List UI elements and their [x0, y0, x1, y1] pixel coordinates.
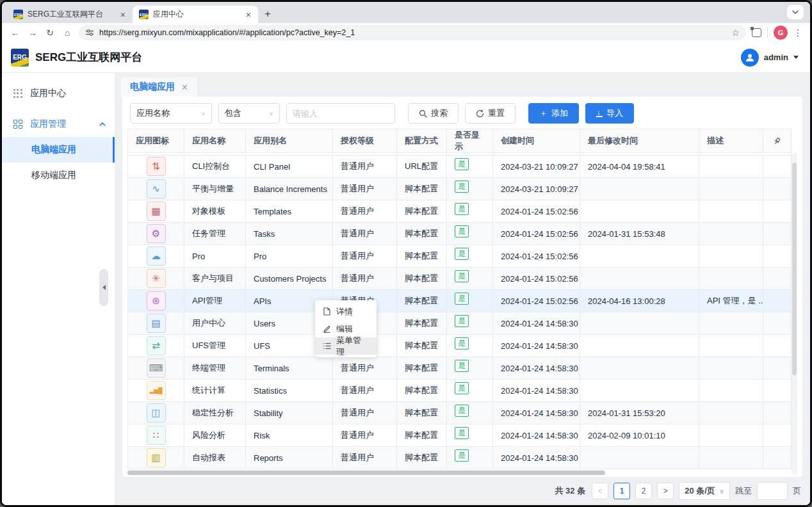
icon-glyph: ☁	[151, 250, 161, 262]
cell-app-name: 客户与项目	[184, 268, 246, 290]
table-row[interactable]: ⇅ CLI控制台 CLI Panel 普通用户 URL配置 是 2024-03-…	[128, 156, 792, 178]
address-bar[interactable]: https://serg.mixyun.com/mixapplication/#…	[79, 25, 746, 40]
reload-icon[interactable]: ↻	[44, 28, 56, 38]
table-row[interactable]: ✳ 客户与项目 Customers Projects 普通用户 脚本配置 是 2…	[128, 268, 792, 290]
table-row[interactable]: ☁ Pro Pro 普通用户 脚本配置 是 2024-01-24 15:02:5…	[128, 245, 792, 268]
filter-bar: 应用名称 ∨ 包含 ∨ 搜索 重置	[127, 102, 797, 129]
scroll-thumb[interactable]	[127, 471, 605, 475]
plus-icon: ＋	[539, 108, 548, 119]
menu-item-menu-management[interactable]: 菜单管理	[315, 337, 377, 355]
table-row[interactable]: ⇄ UFS管理 UFS 普通用户 脚本配置 是 2024-01-24 14:58…	[128, 335, 792, 357]
table-row[interactable]: ⚙ 任务管理 Tasks 普通用户 脚本配置 是 2024-01-24 15:0…	[128, 223, 792, 245]
browser-tab-app-center[interactable]: ERG 应用中心 ×	[133, 6, 258, 23]
display-badge: 是	[455, 337, 469, 350]
menu-kebab-icon[interactable]: ⋮	[793, 28, 802, 38]
page-tab-pc-app[interactable]: 电脑端应用 ✕	[121, 77, 197, 97]
cell-modified-time	[580, 380, 699, 402]
api-database-icon: ⊛	[147, 291, 166, 310]
vertical-scrollbar[interactable]	[792, 153, 797, 475]
menu-item-detail[interactable]: 详情	[315, 303, 377, 320]
scroll-thumb[interactable]	[792, 163, 797, 375]
cell-created-time: 2024-01-24 14:58:30	[493, 357, 580, 380]
import-button[interactable]: 导入	[585, 103, 634, 124]
cell-app-icon: ∿	[128, 178, 184, 200]
sidebar-item-app-center[interactable]: 应用中心	[2, 81, 115, 106]
cell-app-name: 自动报表	[184, 447, 246, 469]
back-icon[interactable]: ←	[10, 28, 21, 38]
cell-app-icon: ⇅	[128, 156, 184, 178]
cell-app-name: 任务管理	[184, 223, 246, 245]
user-avatar-icon	[741, 49, 759, 67]
sidebar-collapse-handle[interactable]	[99, 269, 108, 306]
profile-avatar[interactable]: G	[774, 26, 788, 40]
table-row[interactable]: ▂▅█ 统计计算 Statistics 普通用户 脚本配置 是 2024-01-…	[128, 380, 792, 402]
menu-item-label: 详情	[336, 306, 353, 318]
extensions-icon[interactable]	[752, 28, 761, 37]
cell-auth-level: 普通用户	[333, 200, 397, 223]
cell-app-icon: ◫	[128, 402, 184, 424]
table-row[interactable]: ▤ 用户中心 Users 普通用户 脚本配置 是 2024-01-24 14:5…	[128, 312, 792, 335]
page-button-1[interactable]: 1	[613, 483, 630, 499]
horizontal-scrollbar[interactable]	[127, 470, 791, 476]
search-button[interactable]: 搜索	[408, 103, 459, 124]
cell-auth-level: 普通用户	[333, 156, 397, 178]
add-button[interactable]: ＋ 添加	[528, 103, 579, 124]
object-template-icon: ▦	[147, 202, 166, 221]
site-info-icon[interactable]	[85, 29, 94, 36]
sidebar-group-app-management[interactable]: 应用管理	[2, 111, 115, 137]
reset-button[interactable]: 重置	[465, 103, 516, 124]
next-page-button[interactable]: >	[657, 483, 674, 499]
table-row[interactable]: ▥ 自动报表 Reports 普通用户 脚本配置 是 2024-01-24 14…	[128, 447, 792, 469]
cell-description	[699, 268, 763, 290]
tab-close-icon[interactable]: ×	[118, 10, 127, 19]
sidebar-item-mobile-app[interactable]: 移动端应用	[2, 163, 115, 188]
jump-page-input[interactable]	[757, 482, 788, 500]
window-chevron-button[interactable]	[787, 5, 804, 19]
prev-page-button[interactable]: <	[592, 483, 608, 499]
chevron-down-icon: ∨	[201, 111, 206, 117]
cell-modified-time	[580, 245, 699, 268]
home-icon[interactable]: ⌂	[61, 28, 73, 38]
table-row[interactable]: ∷ 风险分析 Risk 普通用户 脚本配置 是 2024-01-24 14:58…	[128, 424, 792, 447]
tab-close-icon[interactable]: ✕	[181, 83, 188, 92]
display-badge: 是	[455, 427, 469, 439]
table-row[interactable]: ∿ 平衡与增量 Balance Increments 普通用户 脚本配置 是 2…	[128, 178, 792, 200]
network-hub-icon: ✳	[147, 269, 166, 288]
browser-tab-serg[interactable]: ERG SERG工业互联网平台 ×	[7, 6, 133, 23]
chevron-down-icon: ∨	[269, 111, 273, 117]
main-content: 电脑端应用 ✕ 应用名称 ∨ 包含 ∨	[115, 73, 810, 506]
cell-config-type: 脚本配置	[397, 447, 447, 469]
page-tab-label: 电脑端应用	[130, 81, 175, 93]
new-tab-button[interactable]: +	[258, 8, 277, 23]
cell-app-name: 风险分析	[184, 424, 246, 447]
operator-select[interactable]: 包含 ∨	[218, 103, 280, 124]
cell-app-alias: Statistics	[246, 380, 333, 402]
page-size-select[interactable]: 20 条/页 ∨	[679, 482, 730, 500]
cell-app-icon: ⇄	[128, 335, 184, 357]
cell-display: 是	[447, 357, 493, 380]
field-select[interactable]: 应用名称 ∨	[130, 103, 212, 124]
cell-app-alias: Customers Projects	[246, 268, 333, 290]
table-row[interactable]: ▦ 对象模板 Templates 普通用户 脚本配置 是 2024-01-24 …	[128, 200, 792, 223]
applications-table: 应用图标 应用名称 应用别名 授权等级 配置方式 是否显示 创建时间 最后修改时…	[127, 129, 792, 469]
sidebar-item-pc-app[interactable]: 电脑端应用	[2, 137, 115, 163]
tab-close-icon[interactable]: ×	[244, 10, 253, 19]
cell-app-icon: ▥	[128, 447, 184, 469]
cell-display: 是	[447, 200, 493, 223]
icon-glyph: ▦	[151, 205, 160, 217]
browser-actions: G ⋮	[752, 26, 802, 40]
bookmark-star-icon[interactable]: ☆	[731, 28, 740, 38]
page-button-2[interactable]: 2	[635, 483, 652, 499]
cell-auth-level: 普通用户	[333, 402, 397, 424]
cell-display: 是	[447, 290, 493, 312]
table-row[interactable]: ◫ 稳定性分析 Stability 普通用户 脚本配置 是 2024-01-24…	[128, 402, 792, 424]
cell-display: 是	[447, 380, 493, 402]
cell-app-name: 终端管理	[184, 357, 246, 380]
table-row[interactable]: ⌨ 终端管理 Terminals 普通用户 脚本配置 是 2024-01-24 …	[128, 357, 792, 380]
filter-value-input[interactable]	[286, 103, 395, 124]
table-row[interactable]: ⊛ API管理 APIs 普通用户 脚本配置 是 2024-01-24 15:0…	[128, 290, 792, 312]
column-header-name: 应用名称	[184, 129, 246, 153]
user-menu[interactable]: admin	[741, 49, 799, 67]
column-header-pin[interactable]	[763, 129, 792, 153]
forward-icon[interactable]: →	[27, 28, 38, 38]
